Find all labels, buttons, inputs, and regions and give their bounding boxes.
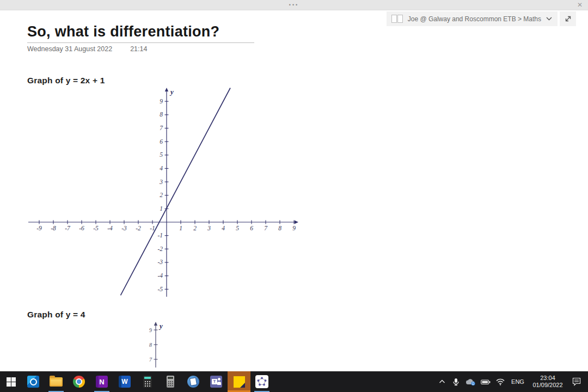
taskbar-outlook[interactable] bbox=[22, 371, 45, 392]
svg-text:3: 3 bbox=[159, 179, 163, 185]
taskbar-teams[interactable]: T bbox=[205, 371, 228, 392]
expand-button[interactable] bbox=[560, 11, 576, 26]
svg-text:9: 9 bbox=[292, 225, 296, 231]
svg-text:-1: -1 bbox=[150, 225, 155, 231]
svg-text:-5: -5 bbox=[157, 286, 163, 292]
taskbar-smart-notebook[interactable] bbox=[182, 371, 205, 392]
svg-text:-2: -2 bbox=[136, 225, 141, 231]
svg-text:9: 9 bbox=[149, 327, 152, 333]
svg-text:9: 9 bbox=[160, 98, 163, 105]
svg-text:2: 2 bbox=[193, 225, 197, 231]
close-icon[interactable]: ✕ bbox=[575, 0, 585, 10]
svg-text:-4: -4 bbox=[157, 272, 163, 279]
tray-clock[interactable]: 23:04 01/09/2022 bbox=[528, 371, 567, 392]
tray-chevron-up-icon[interactable] bbox=[436, 371, 449, 392]
tray-time: 23:04 bbox=[540, 375, 555, 382]
page-meta: Wednesday 31 August 2022 21:14 bbox=[27, 45, 147, 53]
svg-text:8: 8 bbox=[160, 111, 163, 118]
svg-text:3: 3 bbox=[207, 225, 211, 231]
svg-text:y: y bbox=[158, 322, 163, 330]
taskbar-calculator[interactable] bbox=[136, 371, 159, 392]
svg-text:-5: -5 bbox=[93, 225, 99, 231]
file-explorer-icon bbox=[50, 377, 63, 387]
system-tray: ENG 23:04 01/09/2022 bbox=[436, 371, 588, 392]
graph-image-y-4[interactable]: 987y bbox=[142, 320, 175, 371]
svg-text:1: 1 bbox=[179, 225, 182, 231]
svg-text:-6: -6 bbox=[79, 225, 84, 231]
page-title[interactable]: So, what is differentiation? bbox=[27, 23, 219, 40]
teams-icon: T bbox=[210, 376, 222, 388]
start-button[interactable] bbox=[0, 371, 22, 392]
page-time[interactable]: 21:14 bbox=[130, 45, 147, 53]
section-label-graph-2x-plus-1[interactable]: Graph of y = 2x + 1 bbox=[27, 76, 105, 85]
taskbar-sticky-notes[interactable] bbox=[228, 371, 250, 392]
tray-wifi-icon[interactable] bbox=[493, 371, 507, 392]
svg-text:5: 5 bbox=[160, 151, 163, 158]
svg-text:-8: -8 bbox=[51, 225, 56, 231]
calculator-icon bbox=[143, 376, 152, 388]
svg-text:-9: -9 bbox=[36, 225, 42, 231]
sticky-notes-icon bbox=[234, 376, 245, 388]
svg-text:-3: -3 bbox=[121, 225, 127, 231]
notebook-breadcrumb[interactable]: Joe @ Galway and Roscommon ETB > Maths bbox=[387, 11, 558, 26]
svg-text:7: 7 bbox=[160, 125, 163, 131]
tray-language-indicator[interactable]: ENG bbox=[507, 371, 528, 392]
geogebra-icon bbox=[255, 375, 268, 388]
title-underline bbox=[27, 42, 254, 43]
chrome-icon bbox=[73, 376, 85, 388]
taskbar-onenote[interactable]: N bbox=[90, 371, 113, 392]
word-icon: W bbox=[119, 376, 131, 388]
action-center-icon[interactable] bbox=[567, 371, 586, 392]
svg-text:5: 5 bbox=[236, 225, 239, 231]
svg-text:-2: -2 bbox=[157, 246, 163, 252]
svg-text:7: 7 bbox=[149, 357, 152, 363]
svg-text:8: 8 bbox=[278, 225, 281, 231]
svg-text:-1: -1 bbox=[157, 232, 163, 238]
onenote-icon: N bbox=[96, 376, 108, 388]
outlook-icon bbox=[27, 376, 39, 388]
svg-text:2: 2 bbox=[160, 192, 163, 198]
svg-text:-3: -3 bbox=[157, 259, 163, 265]
taskbar-file-explorer[interactable] bbox=[45, 371, 68, 392]
breadcrumb-text: Joe @ Galway and Roscommon ETB > Maths bbox=[408, 15, 541, 23]
taskbar: N W T bbox=[0, 371, 588, 392]
svg-text:-7: -7 bbox=[65, 225, 71, 231]
svg-text:4: 4 bbox=[222, 225, 225, 231]
svg-text:y: y bbox=[169, 88, 174, 96]
tray-microphone-icon[interactable] bbox=[449, 371, 463, 392]
chevron-down-icon bbox=[546, 17, 552, 21]
tray-date: 01/09/2022 bbox=[532, 382, 562, 389]
svg-text:1: 1 bbox=[160, 205, 163, 212]
expand-diagonal-icon bbox=[565, 15, 572, 22]
taskbar-geogebra[interactable] bbox=[250, 371, 273, 392]
svg-text:7: 7 bbox=[264, 225, 268, 231]
tray-battery-icon[interactable] bbox=[478, 371, 493, 392]
smart-notebook-icon bbox=[187, 376, 199, 388]
scientific-calculator-icon bbox=[167, 376, 174, 388]
svg-text:6: 6 bbox=[250, 225, 253, 231]
svg-text:-4: -4 bbox=[107, 225, 113, 231]
notebook-icon bbox=[391, 15, 403, 23]
window-drag-handle[interactable]: ••• bbox=[289, 0, 299, 10]
graph-image-y-2x-plus-1[interactable]: -9-8-7-6-5-4-3-2-1123456789-5-4-3-2-1123… bbox=[27, 87, 299, 299]
section-label-graph-y-4[interactable]: Graph of y = 4 bbox=[27, 310, 85, 320]
window-titlebar: ••• ✕ bbox=[0, 0, 588, 10]
page-date[interactable]: Wednesday 31 August 2022 bbox=[27, 45, 112, 53]
windows-logo-icon bbox=[7, 377, 16, 387]
svg-text:6: 6 bbox=[160, 138, 163, 145]
note-page: Joe @ Galway and Roscommon ETB > Maths S… bbox=[0, 10, 588, 371]
taskbar-chrome[interactable] bbox=[68, 371, 90, 392]
taskbar-scientific-calculator[interactable] bbox=[159, 371, 182, 392]
svg-text:8: 8 bbox=[149, 342, 152, 348]
screen: ••• ✕ Joe @ Galway and Roscommon ETB > M… bbox=[0, 0, 588, 392]
tray-onedrive-sync-icon[interactable] bbox=[463, 371, 478, 392]
taskbar-word[interactable]: W bbox=[113, 371, 136, 392]
svg-text:4: 4 bbox=[160, 165, 163, 171]
